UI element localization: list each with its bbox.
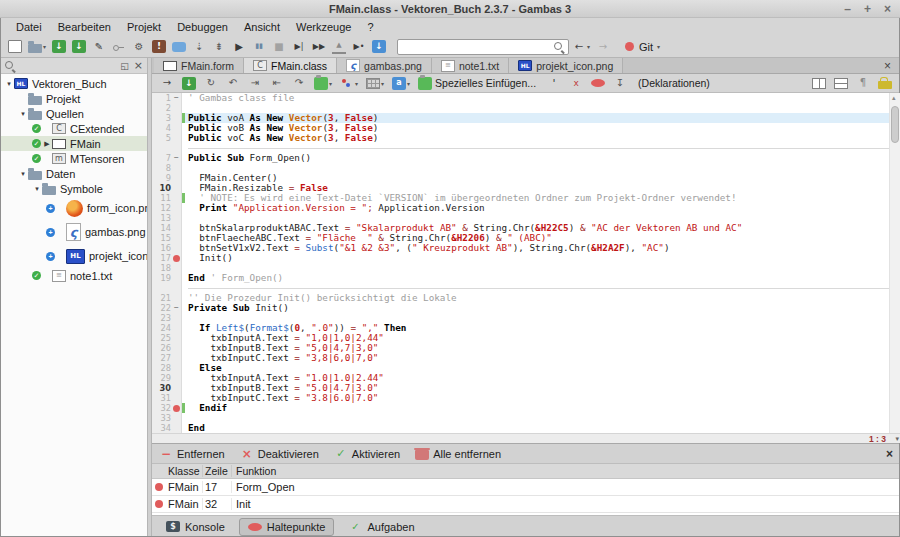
git-caret-icon[interactable]: ▾: [657, 43, 660, 50]
insert-char-dropdown[interactable]: a▾: [389, 73, 413, 93]
scrollbar-up-icon[interactable]: ▴: [892, 94, 896, 102]
column-header-zeile[interactable]: Zeile: [203, 465, 232, 477]
breakpoint-row[interactable]: FMain17Form_Open: [152, 479, 900, 496]
editor-scrollbar[interactable]: ▴: [889, 93, 900, 433]
indent-button[interactable]: ⇥: [245, 73, 265, 93]
minimize-button[interactable]: –: [844, 2, 851, 16]
back-button[interactable]: ← ▾: [569, 37, 593, 57]
breakpoint-dot-icon[interactable]: [173, 405, 180, 412]
insert-color-dropdown[interactable]: ▾: [337, 73, 361, 93]
sidebar-item-daten[interactable]: ▾Daten: [0, 166, 147, 181]
sidebar-item-quellen[interactable]: ▾Quellen: [0, 106, 147, 121]
menu-datei[interactable]: Datei: [8, 20, 50, 34]
menu-ansicht[interactable]: Ansicht: [236, 20, 288, 34]
search-input[interactable]: [403, 40, 553, 53]
sidebar-item-mtensoren[interactable]: ✓mMTensoren: [0, 151, 147, 166]
undo-button[interactable]: ↶: [223, 73, 243, 93]
show-whitespace-button[interactable]: ¶: [853, 73, 873, 93]
scrollbar-thumb[interactable]: [891, 106, 899, 143]
save-project-button[interactable]: ↓: [49, 37, 69, 57]
tab-aufgaben[interactable]: ✓Aufgaben: [339, 516, 423, 537]
properties-button[interactable]: ⚙: [129, 37, 149, 57]
search-box[interactable]: [397, 39, 569, 55]
sidebar-item-note1-txt[interactable]: ✓≡note1.txt: [0, 268, 147, 283]
tab-gambas-png[interactable]: ςgambas.png: [337, 58, 432, 73]
goto-bottom-button[interactable]: ↧: [610, 73, 630, 93]
comment-button[interactable]: ': [544, 73, 564, 93]
sidebar-item-gambas-png[interactable]: +ςgambas.png: [0, 220, 147, 244]
step-button[interactable]: ▶|: [289, 37, 309, 57]
breakpoint-dot-icon[interactable]: [173, 255, 180, 262]
finish-button[interactable]: ▶•: [349, 37, 369, 57]
tab-haltepunkte[interactable]: Haltepunkte: [239, 518, 335, 536]
lock-button[interactable]: [875, 73, 895, 93]
breakpoint-row[interactable]: FMain32Init: [152, 496, 900, 513]
eject-button[interactable]: ▲: [329, 37, 349, 57]
tab-konsole[interactable]: $Konsole: [157, 518, 234, 536]
tree-expander-icon[interactable]: ▶: [42, 140, 52, 148]
menu-debuggen[interactable]: Debuggen: [169, 20, 236, 34]
edit-button[interactable]: ✎: [89, 37, 109, 57]
tree-expander-icon[interactable]: ▾: [4, 80, 14, 88]
save-button[interactable]: ↓: [179, 73, 199, 93]
tab-projekt-icon-png[interactable]: HLprojekt_icon.png: [509, 58, 623, 73]
git-button[interactable]: Git: [639, 41, 653, 53]
breakpoint-gutter[interactable]: [171, 405, 182, 412]
tree-expander-icon[interactable]: ▾: [32, 185, 42, 193]
tab-fmain-class[interactable]: CFMain.class: [244, 58, 337, 73]
run-button[interactable]: ▶: [229, 37, 249, 57]
split-horizontal-button[interactable]: [831, 73, 851, 93]
filter-icon[interactable]: [4, 60, 16, 72]
sidebar-item-cextended[interactable]: ✓CCExtended: [0, 121, 147, 136]
insert-table-dropdown[interactable]: ▾: [363, 73, 387, 93]
sidebar-item-projekt-icon-png[interactable]: +HLprojekt_icon.png: [0, 244, 147, 268]
unindent-button[interactable]: ⇤: [267, 73, 287, 93]
special-paste-button[interactable]: Spezielles Einfügen...: [415, 73, 542, 93]
menu-[interactable]: ?: [359, 20, 381, 34]
sidebar-item-form-icon-png[interactable]: +form_icon.png: [0, 196, 147, 220]
column-header-funktion[interactable]: Funktion: [232, 465, 900, 477]
goto-line-button[interactable]: →: [157, 73, 177, 93]
code-editor[interactable]: 1−' Gambas class file23Public voA As New…: [152, 93, 900, 433]
tab-close-button[interactable]: ×: [875, 59, 900, 73]
run-until-return-button[interactable]: ⇟: [209, 37, 229, 57]
stop-button[interactable]: ■: [269, 37, 289, 57]
panel-close-button[interactable]: ×: [886, 447, 893, 461]
sidebar-close-icon[interactable]: ×: [134, 59, 143, 72]
tree-expander-icon[interactable]: ▾: [18, 110, 28, 118]
menu-bearbeiten[interactable]: Bearbeiten: [50, 20, 119, 34]
uncomment-button[interactable]: x: [566, 73, 586, 93]
sidebar-item-vektoren-buch[interactable]: ▾HLVektoren_Buch: [0, 76, 147, 91]
tab-fmain-form[interactable]: FMain.form: [154, 58, 244, 73]
sidebar-item-fmain[interactable]: ✓▶FMain: [0, 136, 147, 151]
breakpoint-gutter[interactable]: [171, 255, 182, 262]
open-project-button[interactable]: ▾: [25, 37, 49, 57]
scrollbar-down-icon[interactable]: ▾: [895, 435, 899, 443]
reload-button[interactable]: ↻: [201, 73, 221, 93]
save-all-button[interactable]: ↓: [69, 37, 89, 57]
tree-expander-icon[interactable]: ▾: [18, 170, 28, 178]
column-header-klasse[interactable]: Klasse: [166, 465, 203, 477]
menu-projekt[interactable]: Projekt: [119, 20, 169, 34]
activate-breakpoint-button[interactable]: ✓Aktivieren: [334, 446, 400, 461]
fold-marker-icon[interactable]: −: [171, 93, 182, 103]
declarations-dropdown[interactable]: (Deklarationen): [632, 73, 716, 93]
maximize-button[interactable]: +: [864, 2, 871, 16]
fold-marker-icon[interactable]: −: [171, 153, 182, 163]
detach-icon[interactable]: ◱: [120, 61, 129, 71]
comment-button[interactable]: [169, 37, 189, 57]
toggle-breakpoint-button[interactable]: [588, 73, 608, 93]
paste-special-dropdown[interactable]: ▾: [311, 73, 335, 93]
sidebar-item-projekt[interactable]: Projekt: [0, 91, 147, 106]
split-vertical-button[interactable]: [809, 73, 829, 93]
sidebar-item-symbole[interactable]: ▾Symbole: [0, 181, 147, 196]
pause-button[interactable]: ▮▮: [249, 37, 269, 57]
tab-note1-txt[interactable]: ≡note1.txt: [432, 58, 509, 73]
forward-button[interactable]: →: [593, 37, 613, 57]
download-button[interactable]: ↓: [369, 37, 389, 57]
close-button[interactable]: ×: [884, 2, 891, 16]
remove-breakpoint-button[interactable]: −Entfernen: [159, 446, 225, 461]
redo-button[interactable]: ↷: [289, 73, 309, 93]
make-executable-button[interactable]: !: [149, 37, 169, 57]
new-file-button[interactable]: [5, 37, 25, 57]
